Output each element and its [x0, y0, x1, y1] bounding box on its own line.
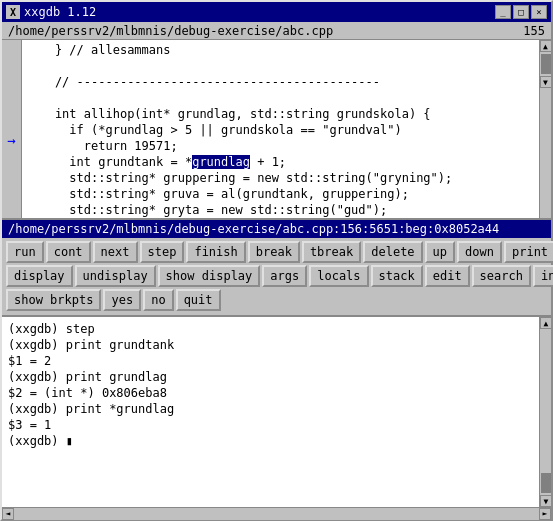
display-button[interactable]: display	[6, 265, 73, 287]
button-row-3: show brkptsyesnoquit	[6, 289, 547, 311]
console-scrollbar[interactable]: ▲ ▼	[539, 317, 551, 507]
console-content: (xxgdb) step (xxgdb) print grundtank $1 …	[2, 317, 539, 507]
button-row-2: displayundisplayshow displayargslocalsst…	[6, 265, 547, 287]
location-text: /home/perssrv2/mlbmnis/debug-exercise/ab…	[8, 222, 499, 236]
maximize-button[interactable]: □	[513, 5, 529, 19]
minimize-button[interactable]: _	[495, 5, 511, 19]
show-display-button[interactable]: show display	[158, 265, 261, 287]
console-scroll-thumb[interactable]	[541, 473, 551, 493]
arrow-indicator: →	[7, 132, 15, 148]
file-header: /home/perssrv2/mlbmnis/debug-exercise/ab…	[2, 22, 551, 40]
file-path: /home/perssrv2/mlbmnis/debug-exercise/ab…	[8, 24, 333, 38]
down-button[interactable]: down	[457, 241, 502, 263]
finish-button[interactable]: finish	[186, 241, 245, 263]
no-button[interactable]: no	[143, 289, 173, 311]
print-button[interactable]: print	[504, 241, 553, 263]
location-bar: /home/perssrv2/mlbmnis/debug-exercise/ab…	[2, 220, 551, 238]
next-button[interactable]: next	[93, 241, 138, 263]
window-title: xxgdb 1.12	[24, 5, 96, 19]
delete-button[interactable]: delete	[363, 241, 422, 263]
close-button[interactable]: ×	[531, 5, 547, 19]
run-button[interactable]: run	[6, 241, 44, 263]
button-row-1: runcontnextstepfinishbreaktbreakdeleteup…	[6, 241, 547, 263]
button-section: runcontnextstepfinishbreaktbreakdeleteup…	[2, 238, 551, 315]
horizontal-scrollbar[interactable]: ◄ ►	[2, 507, 551, 519]
code-gutter: →	[2, 40, 22, 218]
title-bar: X xxgdb 1.12 _ □ ×	[2, 2, 551, 22]
step-button[interactable]: step	[140, 241, 185, 263]
cont-button[interactable]: cont	[46, 241, 91, 263]
args-button[interactable]: args	[262, 265, 307, 287]
code-content: } // allesammans // --------------------…	[22, 40, 539, 218]
edit-button[interactable]: edit	[425, 265, 470, 287]
line-number: 155	[523, 24, 545, 38]
undisplay-button[interactable]: undisplay	[75, 265, 156, 287]
search-button[interactable]: search	[472, 265, 531, 287]
scroll-right-btn[interactable]: ►	[539, 508, 551, 520]
yes-button[interactable]: yes	[103, 289, 141, 311]
scroll-down-btn[interactable]: ▼	[540, 76, 552, 88]
break-button[interactable]: break	[248, 241, 300, 263]
scroll-thumb[interactable]	[541, 54, 551, 74]
tbreak-button[interactable]: tbreak	[302, 241, 361, 263]
up-button[interactable]: up	[425, 241, 455, 263]
code-area: → } // allesammans // ------------------…	[2, 40, 551, 220]
code-scroll[interactable]: } // allesammans // --------------------…	[22, 40, 539, 218]
scroll-up-btn[interactable]: ▲	[540, 40, 552, 52]
quit-button[interactable]: quit	[176, 289, 221, 311]
console-scroll-down[interactable]: ▼	[540, 495, 551, 507]
console-scroll-up[interactable]: ▲	[540, 317, 551, 329]
console-area: (xxgdb) step (xxgdb) print grundtank $1 …	[2, 315, 551, 507]
stack-button[interactable]: stack	[371, 265, 423, 287]
locals-button[interactable]: locals	[309, 265, 368, 287]
app-icon[interactable]: X	[6, 5, 20, 19]
interrupt-button[interactable]: interrupt	[533, 265, 553, 287]
scroll-bar-track[interactable]	[14, 508, 539, 520]
window: X xxgdb 1.12 _ □ × /home/perssrv2/mlbmni…	[0, 0, 553, 521]
show-brkpts-button[interactable]: show brkpts	[6, 289, 101, 311]
vertical-scrollbar[interactable]: ▲ ▼	[539, 40, 551, 218]
scroll-left-btn[interactable]: ◄	[2, 508, 14, 520]
